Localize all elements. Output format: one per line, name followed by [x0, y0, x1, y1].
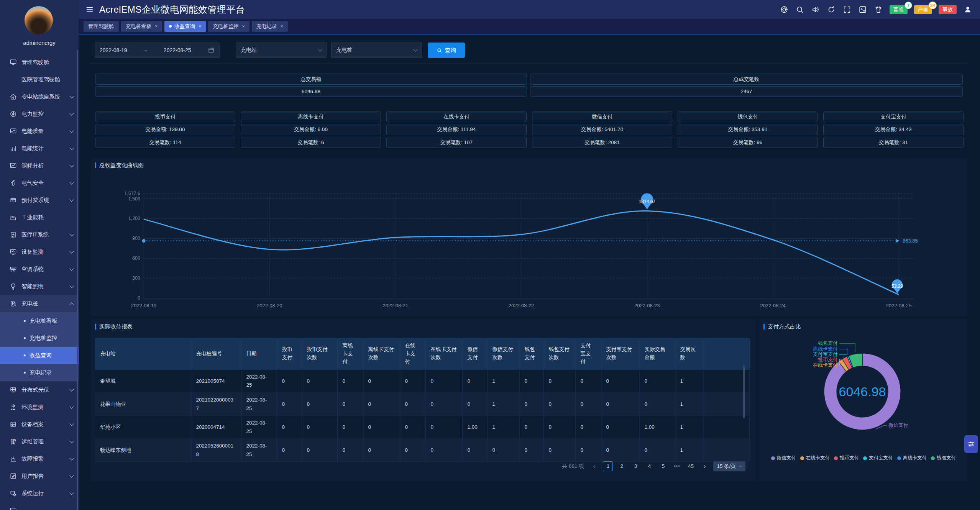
sidebar-item-分布式光伏[interactable]: 分布式光伏: [0, 381, 79, 398]
table-cell: 0: [363, 370, 400, 393]
platform-icon[interactable]: [780, 5, 789, 14]
alarm-badge-普通[interactable]: 普通7: [890, 5, 908, 14]
pagination-page-5[interactable]: 5: [658, 461, 668, 471]
ops-books-icon: [9, 438, 17, 446]
column-header-离线卡支付次数: 离线卡支付次数: [363, 338, 400, 370]
sidebar-item-电能质量[interactable]: 电能质量: [0, 123, 79, 140]
date-range-input[interactable]: 2022-08-19 ~ 2022-08-25: [95, 43, 220, 58]
chevron-down-icon: [69, 473, 74, 477]
query-button[interactable]: 查询: [428, 43, 465, 58]
sidebar-item-用户报告[interactable]: 用户报告: [0, 467, 79, 485]
tab-管理驾驶舱[interactable]: 管理驾驶舱: [84, 21, 119, 32]
alarm-badge-事故[interactable]: 事故: [939, 5, 957, 14]
hamburger-icon[interactable]: [85, 5, 94, 14]
chevron-down-icon: [69, 146, 74, 150]
table-cell: 0: [400, 416, 425, 439]
sidebar-item-医院管理驾驶舱[interactable]: 医院管理驾驶舱: [0, 71, 79, 88]
column-header-spacer: [704, 338, 749, 370]
sidebar-item-变电站综自系统[interactable]: 变电站综自系统: [0, 88, 79, 105]
tab-close-icon[interactable]: ×: [199, 24, 201, 29]
sidebar-menu: 管理驾驶舱医院管理驾驶舱变电站综自系统电力监控电能质量电能统计能耗分析电气安全预…: [0, 54, 79, 510]
translate-icon[interactable]: A文: [858, 5, 867, 14]
tab-close-icon[interactable]: ×: [281, 24, 283, 29]
sound-icon[interactable]: [811, 5, 820, 14]
legend-item-投币支付[interactable]: 投币支付: [834, 455, 859, 461]
sidebar-subitem-收益查询[interactable]: 收益查询: [0, 347, 79, 364]
legend-item-钱包支付[interactable]: 钱包支付: [931, 455, 956, 461]
tab-close-icon[interactable]: ×: [242, 24, 245, 29]
donut-chart[interactable]: 6046.98钱包支付离线卡支付支付宝支付投币支付在线卡支付微信支付: [760, 319, 967, 454]
station-select[interactable]: 充电站: [236, 43, 327, 58]
legend-item-支付宝支付[interactable]: 支付宝支付: [863, 455, 893, 461]
pay-card-name-离线卡支付: 离线卡支付: [241, 112, 381, 122]
tab-充电桩看板[interactable]: 充电桩看板×: [121, 21, 163, 32]
sidebar-item-环境监测[interactable]: 环境监测: [0, 398, 79, 416]
sidebar-item-工业能耗[interactable]: 工业能耗: [0, 209, 79, 226]
table-row[interactable]: 畅达峰东侧地202205260000182022-08-250000000000…: [95, 439, 749, 462]
sidebar-item-预付费系统[interactable]: 预付费系统: [0, 192, 79, 209]
sidebar-item-设备档案[interactable]: 设备档案: [0, 416, 79, 433]
chevron-down-icon: [413, 47, 417, 51]
sidebar-scrollbar[interactable]: [77, 50, 78, 510]
page-size-select[interactable]: 15 条/页: [713, 461, 745, 471]
sidebar-item-运维管理[interactable]: 运维管理: [0, 433, 79, 450]
table-row[interactable]: 花果山物业202102200000372022-08-2500000001000…: [95, 392, 749, 415]
user-icon[interactable]: [963, 5, 972, 14]
table-scrollbar[interactable]: [743, 365, 745, 418]
sidebar-item-电能统计[interactable]: 电能统计: [0, 140, 79, 157]
column-header-支付宝支付次数: 支付宝支付次数: [601, 338, 639, 370]
sidebar-item-label: 环境监测: [21, 403, 70, 411]
sidebar-subitem-充电桩监控[interactable]: 充电桩监控: [0, 330, 79, 347]
date-separator: ~: [144, 47, 147, 53]
tab-充电记录[interactable]: 充电记录×: [252, 21, 288, 32]
table-cell: 2022-08-25: [241, 392, 277, 415]
sidebar-item-系统运行[interactable]: 系统运行: [0, 485, 79, 502]
line-chart[interactable]: 03006009001,2001,5001,577.62022-08-19202…: [91, 158, 967, 316]
sidebar-subitem-充电桩看板[interactable]: 充电桩看板: [0, 312, 79, 330]
pagination-page-4[interactable]: 4: [644, 461, 654, 471]
active-tab-dot-icon: [169, 25, 172, 28]
sidebar-item-充电桩[interactable]: 充电桩: [0, 295, 79, 312]
refresh-icon[interactable]: [827, 5, 836, 14]
pagination-page-3[interactable]: 3: [630, 461, 640, 471]
sidebar-item-电气安全[interactable]: 电气安全: [0, 174, 79, 192]
sidebar-item-能耗分析[interactable]: 能耗分析: [0, 157, 79, 174]
pagination-page-45[interactable]: 45: [686, 461, 696, 471]
pagination-prev[interactable]: ‹: [589, 461, 599, 471]
legend-item-离线卡支付[interactable]: 离线卡支付: [897, 455, 927, 461]
table-row[interactable]: 华苑小区20200047142022-08-250000001.00100001…: [95, 416, 749, 439]
date-start[interactable]: 2022-08-19: [100, 47, 127, 53]
alarm-badge-严重[interactable]: 严重84: [914, 5, 932, 14]
avatar[interactable]: [25, 6, 53, 34]
legend-item-在线卡支付[interactable]: 在线卡支付: [800, 455, 830, 461]
sidebar-item-设备监测[interactable]: 设备监测: [0, 243, 79, 261]
pagination-page-2[interactable]: 2: [617, 461, 627, 471]
pagination-page-1[interactable]: 1: [603, 461, 613, 471]
table-cell: 1: [675, 370, 704, 393]
tab-充电桩监控[interactable]: 充电桩监控×: [208, 21, 250, 32]
sidebar-item-clipped[interactable]: [0, 502, 79, 510]
chart-settings-button[interactable]: [964, 435, 978, 453]
total-title-总成交笔数: 总成交笔数: [530, 74, 963, 85]
tab-收益查询[interactable]: 收益查询×: [164, 21, 206, 32]
sidebar-item-空调系统[interactable]: 空调系统: [0, 261, 79, 278]
svg-text:1314.67: 1314.67: [639, 199, 656, 204]
sidebar-item-电力监控[interactable]: 电力监控: [0, 105, 79, 123]
sidebar-item-管理驾驶舱[interactable]: 管理驾驶舱: [0, 54, 79, 71]
tab-close-icon[interactable]: ×: [155, 24, 158, 29]
sidebar-item-故障报警[interactable]: 故障报警: [0, 450, 79, 467]
fullscreen-icon[interactable]: [842, 5, 852, 14]
theme-icon[interactable]: [874, 5, 883, 14]
table-cell: 0: [425, 370, 462, 393]
sidebar-item-智能照明[interactable]: 智能照明: [0, 278, 79, 295]
search-icon[interactable]: [795, 5, 804, 14]
table-row[interactable]: 希望城20210050742022-08-2500000001000001: [95, 370, 749, 393]
date-end[interactable]: 2022-08-25: [164, 47, 191, 53]
pagination-next[interactable]: ›: [699, 461, 709, 471]
pile-select[interactable]: 充电桩: [331, 43, 422, 58]
table-cell: 0: [519, 392, 543, 415]
sidebar-subitem-充电记录[interactable]: 充电记录: [0, 364, 79, 381]
svg-text:6046.98: 6046.98: [839, 384, 886, 399]
sidebar-item-医疗IT系统[interactable]: 医疗IT系统: [0, 226, 79, 243]
legend-item-微信支付[interactable]: 微信支付: [771, 455, 796, 461]
